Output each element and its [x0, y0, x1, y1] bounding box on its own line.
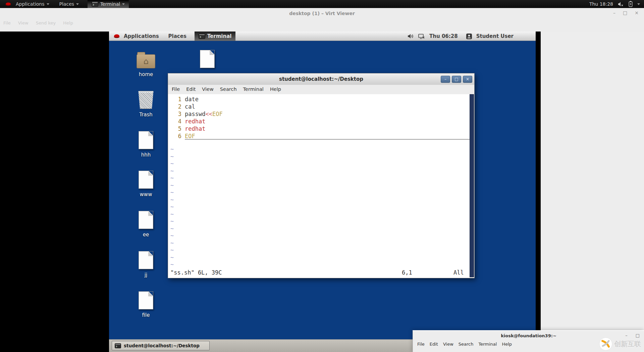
taskbar-button-label: student@localhost:~/Desktop [124, 343, 200, 348]
vm-status-area: Thu 06:28 Student User [408, 32, 514, 41]
terminal-menubar: File Edit View Search Terminal Help [168, 85, 474, 94]
caret-down-icon[interactable] [637, 3, 640, 5]
menu-item-search[interactable]: Search [220, 86, 237, 94]
close-button[interactable]: × [463, 76, 472, 83]
menu-item-help[interactable]: Help [270, 86, 281, 94]
vim-token: EOF [185, 132, 195, 140]
vim-token: passwd [185, 110, 205, 118]
menu-item-help[interactable]: Help [63, 20, 73, 32]
host-active-app-terminal[interactable]: Terminal [88, 0, 129, 8]
desktop-icon-www[interactable]: www [127, 170, 164, 197]
vm-user-menu[interactable]: Student User [476, 33, 514, 39]
vm-top-bar: Applications Places Terminal [109, 32, 536, 41]
vm-menu-places[interactable]: Places [168, 33, 186, 39]
volume-icon[interactable] [408, 34, 414, 39]
virt-viewer-titlebar: desktop (1) – Virt Viewer – □ × [0, 8, 644, 19]
house-emblem-icon: ⌂ [143, 57, 148, 65]
redhat-icon [5, 1, 11, 7]
desktop-icon-ee[interactable]: ee [127, 211, 164, 238]
desktop-icon-label: home [139, 71, 153, 77]
document-icon [139, 171, 153, 189]
display-icon[interactable] [418, 34, 425, 39]
desktop-icon-hhh[interactable]: hhh [127, 131, 164, 158]
watermark-text: 创新互联 [614, 340, 641, 349]
maximize-button[interactable]: □ [452, 76, 461, 83]
menu-item-edit[interactable]: Edit [186, 86, 196, 94]
host-terminal-label: Terminal [100, 1, 120, 7]
desktop-icon-jj[interactable]: jj [127, 251, 164, 278]
volume-muted-icon[interactable] [618, 2, 624, 7]
vim-file-info: "ss.sh" 6L, 39C [170, 269, 222, 276]
screen: Applications Places Terminal Thu 18:28 [0, 0, 644, 352]
host-top-bar: Applications Places Terminal Thu 18:28 [0, 0, 644, 8]
desktop-icon-home[interactable]: ⌂ home [127, 50, 164, 77]
vm-terminal-label: Terminal [207, 33, 232, 39]
vim-editor-area[interactable]: 1date2cal3passwd<<EOF4redhat5redhat6EOF … [168, 94, 474, 268]
vim-tilde: ~ [170, 189, 174, 196]
menu-item-edit[interactable]: Edit [430, 342, 438, 347]
vim-scroll-indicator: All [453, 269, 464, 276]
terminal-titlebar[interactable]: student@localhost:~/Desktop – □ × [168, 73, 474, 85]
kiosk-menubar: File Edit View Search Terminal Help [417, 342, 512, 347]
user-icon [466, 34, 472, 39]
desktop-icon-file[interactable]: file [127, 291, 164, 318]
vim-status-line: "ss.sh" 6L, 39C 6,1 All [168, 268, 474, 278]
vm-active-app-terminal[interactable]: Terminal [195, 32, 236, 41]
vm-menu-applications[interactable]: Applications [124, 33, 159, 39]
vim-tilde: ~ [170, 232, 174, 240]
vim-tilde: ~ [170, 146, 174, 153]
vim-line: 6EOF [168, 132, 474, 140]
menu-item-help[interactable]: Help [502, 342, 512, 347]
desktop-icon-trash[interactable]: Trash [127, 91, 164, 118]
vm-clock[interactable]: Thu 06:28 [429, 33, 458, 39]
vim-token: date [185, 96, 199, 103]
watermark-logo-icon [599, 337, 612, 351]
vim-token: EOF [212, 110, 223, 118]
virt-viewer-title: desktop (1) – Virt Viewer [0, 11, 644, 16]
vim-line: 4redhat [168, 118, 474, 125]
vim-tilde: ~ [170, 168, 174, 175]
vim-token: << [205, 110, 212, 118]
caret-down-icon [122, 3, 125, 5]
vim-token: redhat [185, 125, 205, 132]
vim-tilde: ~ [170, 240, 174, 247]
vim-line: 3passwd<<EOF [168, 110, 474, 118]
terminal-scrollbar[interactable] [470, 94, 474, 277]
vm-desktop: ⌂ home Trash hhh www ee [109, 41, 536, 339]
host-menu-places[interactable]: Places [59, 1, 79, 7]
desktop-icon-label: file [142, 312, 150, 318]
host-clock[interactable]: Thu 18:28 [589, 1, 613, 7]
vim-line-number: 2 [168, 103, 185, 110]
desktop-icon-label: www [140, 191, 152, 197]
menu-item-view[interactable]: View [18, 20, 29, 32]
menu-item-file[interactable]: File [417, 342, 425, 347]
menu-item-terminal[interactable]: Terminal [243, 86, 264, 94]
menu-item-file[interactable]: File [172, 86, 180, 94]
desktop-icon-unnamed-document[interactable] [189, 50, 226, 68]
terminal-icon [92, 1, 98, 7]
watermark: 创新互联 [599, 336, 644, 352]
vim-tilde: ~ [170, 211, 174, 218]
minimize-button[interactable]: – [613, 10, 615, 15]
document-icon [139, 251, 153, 269]
close-button[interactable]: × [635, 10, 639, 15]
vim-line-number: 3 [168, 110, 185, 118]
host-bar-status-area: Thu 18:28 [589, 0, 640, 8]
menu-item-terminal[interactable]: Terminal [478, 342, 497, 347]
menu-item-search[interactable]: Search [459, 342, 474, 347]
home-folder-icon: ⌂ [137, 54, 155, 68]
caret-down-icon [76, 3, 79, 5]
vim-tilde: ~ [170, 254, 174, 261]
terminal-window: student@localhost:~/Desktop – □ × File E… [168, 73, 475, 278]
battery-icon[interactable] [629, 1, 633, 7]
menu-item-file[interactable]: File [3, 20, 11, 32]
menu-item-view[interactable]: View [202, 86, 213, 94]
menu-item-send-key[interactable]: Send key [36, 20, 56, 32]
menu-item-view[interactable]: View [443, 342, 453, 347]
maximize-button[interactable]: □ [623, 10, 627, 15]
vim-tilde: ~ [170, 175, 174, 182]
minimize-button[interactable]: – [441, 76, 450, 83]
taskbar-window-button[interactable]: student@localhost:~/Desktop [112, 341, 210, 350]
vm-screen: Applications Places Terminal [109, 32, 536, 352]
host-menu-applications[interactable]: Applications [16, 1, 49, 7]
